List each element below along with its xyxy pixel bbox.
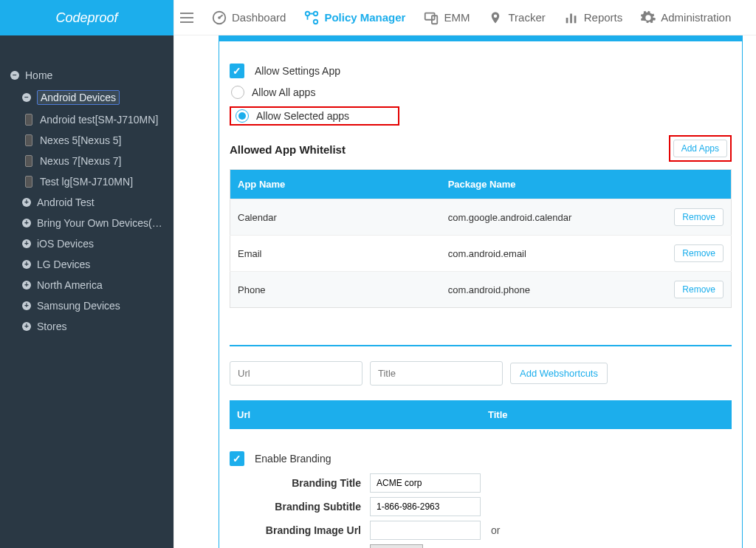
svg-line-2 bbox=[219, 15, 223, 18]
enable-branding-checkbox[interactable] bbox=[230, 451, 244, 466]
allow-settings-label: Allow Settings App bbox=[255, 65, 340, 77]
device-tree: Home Android Devices Android test[SM-J71… bbox=[0, 35, 173, 337]
nav-policy-manager[interactable]: Policy Manager bbox=[296, 10, 413, 26]
svg-point-3 bbox=[306, 11, 310, 16]
tree-group[interactable]: North America bbox=[0, 275, 173, 295]
allow-all-apps-row: Allow All apps bbox=[231, 86, 732, 99]
tree-device[interactable]: Nexes 5[Nexus 5] bbox=[0, 130, 173, 151]
nav-label: Administration bbox=[661, 11, 731, 24]
url-input[interactable] bbox=[230, 361, 362, 386]
expand-icon[interactable] bbox=[22, 281, 31, 290]
brand-logo: Codeproof bbox=[0, 0, 173, 35]
hamburger-icon[interactable] bbox=[180, 13, 193, 23]
expand-icon[interactable] bbox=[22, 198, 31, 207]
policy-panel: Allow Settings App Allow All apps Allow … bbox=[219, 35, 743, 548]
phone-icon bbox=[25, 176, 32, 188]
nav-dashboard[interactable]: Dashboard bbox=[204, 10, 293, 26]
expand-icon[interactable] bbox=[22, 301, 31, 310]
title-input[interactable] bbox=[370, 361, 503, 386]
allow-settings-row: Allow Settings App bbox=[230, 64, 732, 78]
tree-label: Nexus 7[Nexus 7] bbox=[40, 155, 122, 167]
col-package-name: Package Name bbox=[441, 170, 658, 199]
emm-icon bbox=[423, 10, 439, 26]
table-row: Calendar com.google.android.calendar Rem… bbox=[230, 199, 732, 236]
branding-title-label: Branding Title bbox=[230, 477, 370, 489]
expand-icon[interactable] bbox=[22, 239, 31, 248]
browse-button[interactable]: Browse... bbox=[370, 544, 423, 548]
tree-label: Stores bbox=[37, 321, 66, 332]
remove-button[interactable]: Remove bbox=[674, 244, 724, 262]
tree-label: Bring Your Own Devices(BYOD) bbox=[37, 217, 166, 229]
collapse-icon[interactable] bbox=[10, 71, 19, 80]
nav-label: Dashboard bbox=[232, 11, 286, 24]
reports-icon bbox=[563, 10, 580, 26]
table-row: Email com.android.email Remove bbox=[230, 236, 732, 272]
tree-home[interactable]: Home bbox=[0, 65, 173, 86]
tree-label: Android Devices bbox=[37, 90, 120, 105]
tree-device[interactable]: Test lg[SM-J710MN] bbox=[0, 171, 173, 192]
col-title: Title bbox=[481, 400, 732, 429]
allow-all-apps-radio[interactable] bbox=[231, 86, 244, 99]
cell-app: Email bbox=[230, 236, 441, 272]
svg-point-5 bbox=[314, 11, 318, 16]
tree-label: Test lg[SM-J710MN] bbox=[40, 176, 133, 188]
cell-app: Phone bbox=[230, 272, 441, 308]
nav-tracker[interactable]: Tracker bbox=[480, 10, 552, 26]
highlight-box: Add Apps bbox=[669, 135, 732, 162]
phone-icon bbox=[25, 155, 32, 167]
tree-group[interactable]: Android Test bbox=[0, 192, 173, 213]
tree-group[interactable]: Stores bbox=[0, 316, 173, 337]
tree-device[interactable]: Android test[SM-J710MN] bbox=[0, 109, 173, 130]
add-apps-button[interactable]: Add Apps bbox=[673, 140, 727, 157]
tree-group[interactable]: iOS Devices bbox=[0, 233, 173, 254]
allow-all-apps-label: Allow All apps bbox=[252, 86, 315, 98]
allow-selected-apps-row: Allow Selected apps bbox=[230, 106, 732, 126]
dashboard-icon bbox=[211, 10, 227, 26]
highlight-box: Allow Selected apps bbox=[230, 106, 399, 126]
tree-android-devices[interactable]: Android Devices bbox=[0, 86, 173, 109]
svg-point-4 bbox=[314, 19, 318, 24]
remove-button[interactable]: Remove bbox=[674, 281, 724, 298]
top-nav: Dashboard Policy Manager EMM Tracker bbox=[174, 0, 756, 35]
cell-app: Calendar bbox=[230, 199, 441, 236]
sidebar: Codeproof Home Android Devices Android t… bbox=[0, 0, 173, 548]
expand-icon[interactable] bbox=[22, 260, 31, 269]
nav-reports[interactable]: Reports bbox=[556, 10, 630, 26]
branding-title-input[interactable] bbox=[370, 473, 481, 493]
svg-rect-6 bbox=[425, 13, 435, 19]
tree-device[interactable]: Nexus 7[Nexus 7] bbox=[0, 151, 173, 171]
svg-rect-9 bbox=[570, 13, 572, 23]
tree-label: Nexes 5[Nexus 5] bbox=[40, 134, 122, 146]
branding-image-input[interactable] bbox=[370, 521, 481, 540]
add-webshortcuts-button[interactable]: Add Webshortcuts bbox=[510, 363, 608, 384]
webshortcut-table-head: Url Title bbox=[230, 400, 732, 429]
enable-branding-label: Enable Branding bbox=[255, 453, 331, 465]
whitelist-table: App Name Package Name Calendar com.googl… bbox=[230, 169, 732, 308]
tree-label: Home bbox=[25, 69, 52, 81]
expand-icon[interactable] bbox=[22, 322, 31, 331]
branding-file-row: Browse... No file selected. bbox=[230, 544, 732, 548]
phone-icon bbox=[25, 114, 32, 126]
branding-subtitle-label: Branding Subtitle bbox=[230, 501, 370, 513]
collapse-icon[interactable] bbox=[22, 93, 31, 102]
content-area: Allow Settings App Allow All apps Allow … bbox=[174, 35, 756, 548]
tree-label: Android test[SM-J710MN] bbox=[40, 114, 158, 126]
branding-image-row: Branding Image Url or bbox=[230, 521, 732, 540]
tree-group[interactable]: LG Devices bbox=[0, 254, 173, 275]
nav-emm[interactable]: EMM bbox=[416, 10, 477, 26]
remove-button[interactable]: Remove bbox=[674, 208, 724, 226]
webshortcut-inputs: Add Webshortcuts bbox=[230, 361, 732, 386]
nav-administration[interactable]: Administration bbox=[633, 10, 738, 26]
branding-image-label: Branding Image Url bbox=[230, 524, 370, 536]
allow-selected-apps-radio[interactable] bbox=[236, 109, 249, 123]
tree-group[interactable]: Bring Your Own Devices(BYOD) bbox=[0, 213, 173, 233]
allow-settings-checkbox[interactable] bbox=[230, 64, 244, 78]
tree-label: Samsung Devices bbox=[37, 300, 120, 312]
branding-subtitle-row: Branding Subtitle bbox=[230, 497, 732, 516]
divider bbox=[230, 345, 732, 346]
branding-subtitle-input[interactable] bbox=[370, 497, 481, 516]
expand-icon[interactable] bbox=[22, 219, 31, 227]
cell-pkg: com.android.email bbox=[441, 236, 658, 272]
tree-label: Android Test bbox=[37, 196, 94, 208]
tree-group[interactable]: Samsung Devices bbox=[0, 295, 173, 316]
